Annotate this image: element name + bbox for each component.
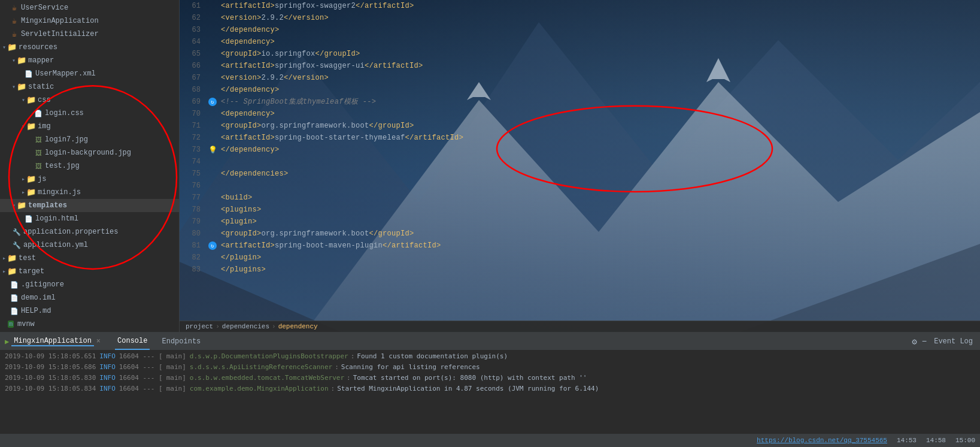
tree-item-userservice[interactable]: ☕ UserService xyxy=(0,1,179,14)
file-tree: ☕ UserService ☕ MingxinApplication ☕ Ser… xyxy=(0,0,180,332)
tab-endpoints[interactable]: Endpoints xyxy=(159,333,203,350)
code-line-76: 76 xyxy=(180,180,980,192)
editor-content: 61 <artifactId>springfox-swagger2</artif… xyxy=(180,0,980,332)
code-line-67: 67 <version>2.9.2</version> xyxy=(180,72,980,84)
log-area: 2019-10-09 15:18:05.651 INFO 16604 --- [… xyxy=(0,350,980,434)
bottom-tabs: ▶ MingxinApplication × Console Endpoints… xyxy=(0,333,980,350)
breadcrumb-bar: project › dependencies › dependency xyxy=(180,321,980,332)
status-url[interactable]: https://blog.csdn.net/qq_37554565 xyxy=(757,437,887,444)
test-arrow xyxy=(2,255,6,262)
code-line-79: 79 <plugin> xyxy=(180,216,980,228)
code-line-81: 81 ↻ <artifactId>spring-boot-maven-plugi… xyxy=(180,240,980,252)
tree-item-demoiml[interactable]: 📄 demo.iml xyxy=(0,291,179,304)
sidebar-wrapper: ☕ UserService ☕ MingxinApplication ☕ Ser… xyxy=(0,0,180,332)
code-line-77: 77 <build> xyxy=(180,192,980,204)
tree-item-testjpg[interactable]: 🖼 test.jpg xyxy=(0,159,179,173)
code-line-68: 68 </dependency> xyxy=(180,84,980,96)
code-line-83: 83 </plugins> xyxy=(180,264,980,276)
js-arrow xyxy=(22,176,25,183)
tree-item-static[interactable]: 📁 static xyxy=(0,80,179,93)
mingxinjs-arrow xyxy=(22,189,25,196)
tab-close[interactable]: × xyxy=(96,337,101,346)
tree-item-css[interactable]: 📁 css xyxy=(0,93,179,107)
tree-item-mingxinjs[interactable]: 📁 mingxin.js xyxy=(0,186,179,199)
editor-area: 61 <artifactId>springfox-swagger2</artif… xyxy=(180,0,980,332)
status-timestamp-3: 15:00 xyxy=(955,437,975,444)
code-line-66: 66 <artifactId>springfox-swagger-ui</art… xyxy=(180,60,980,72)
static-arrow xyxy=(12,83,16,90)
main-area: ☕ UserService ☕ MingxinApplication ☕ Ser… xyxy=(0,0,980,332)
tree-item-appyaml[interactable]: 🔧 application.yml xyxy=(0,238,179,252)
code-line-70: 70 <dependency> xyxy=(180,108,980,120)
code-line-74: 74 xyxy=(180,156,980,168)
breadcrumb-dependencies[interactable]: dependencies xyxy=(222,323,269,330)
gutter-blue-dot-69[interactable]: ↻ xyxy=(208,98,217,106)
breadcrumb-project[interactable]: project xyxy=(186,323,213,330)
code-line-65: 65 <groupId>io.springfox</groupId> xyxy=(180,48,980,60)
mapper-arrow xyxy=(12,57,16,64)
log-line-4: 2019-10-09 15:18:05.834 INFO 16604 --- [… xyxy=(5,383,975,394)
tree-item-login7jpg[interactable]: 🖼 login7.jpg xyxy=(0,133,179,146)
code-line-61: 61 <artifactId>springfox-swagger2</artif… xyxy=(180,0,980,12)
tree-item-helpmd[interactable]: 📄 HELP.md xyxy=(0,304,179,318)
breadcrumb-sep-1: › xyxy=(216,323,220,330)
settings-icon[interactable]: ⚙ xyxy=(912,337,917,347)
log-line-1: 2019-10-09 15:18:05.651 INFO 16604 --- [… xyxy=(5,351,975,362)
bottom-tab-icons: ⚙ − Event Log xyxy=(912,337,975,347)
gutter-bulb-73[interactable]: 💡 xyxy=(208,146,217,154)
code-line-75: 75 </dependencies> xyxy=(180,168,980,180)
event-log-tab[interactable]: Event Log xyxy=(932,337,975,346)
resources-arrow xyxy=(2,44,6,51)
code-line-69: 69 ↻ <!-- SpringBoot集成thymeleaf模板 --> xyxy=(180,96,980,108)
log-line-3: 2019-10-09 15:18:05.830 INFO 16604 --- [… xyxy=(5,373,975,383)
tree-item-loginbgjpg[interactable]: 🖼 login-background.jpg xyxy=(0,146,179,159)
code-line-72: 72 <artifactId>spring-boot-starter-thyme… xyxy=(180,132,980,144)
code-line-64: 64 <dependency> xyxy=(180,36,980,48)
status-timestamp-1: 14:53 xyxy=(897,437,917,444)
code-line-82: 82 </plugin> xyxy=(180,252,980,264)
tree-item-usermapper[interactable]: 📄 UserMapper.xml xyxy=(0,67,179,80)
tree-item-test[interactable]: 📁 test xyxy=(0,252,179,265)
img-arrow xyxy=(22,123,25,130)
bottom-panel: ▶ MingxinApplication × Console Endpoints… xyxy=(0,332,980,434)
tree-item-logincss[interactable]: 📄 login.css xyxy=(0,107,179,120)
css-arrow xyxy=(22,96,25,104)
tree-item-img[interactable]: 📁 img xyxy=(0,120,179,133)
tree-item-resources[interactable]: 📁 resources xyxy=(0,41,179,54)
code-line-62: 62 <version>2.9.2</version> xyxy=(180,12,980,24)
code-line-73: 73 💡 </dependency> xyxy=(180,144,980,156)
tree-item-gitignore[interactable]: 📄 .gitignore xyxy=(0,278,179,291)
minimize-icon[interactable]: − xyxy=(922,337,927,346)
code-line-80: 80 <groupId>org.springframework.boot</gr… xyxy=(180,228,980,240)
target-arrow xyxy=(2,268,6,275)
tab-console[interactable]: Console xyxy=(115,333,150,350)
tree-item-loginhtml[interactable]: 📄 login.html xyxy=(0,212,179,225)
tree-item-mvnwcmd[interactable]: m mvnw.cmd xyxy=(0,331,179,332)
breadcrumb-sep-2: › xyxy=(272,323,276,330)
tree-item-templates[interactable]: 📁 templates xyxy=(0,199,179,212)
tree-item-servletinitializer[interactable]: ☕ ServletInitializer xyxy=(0,28,179,41)
code-editor[interactable]: 61 <artifactId>springfox-swagger2</artif… xyxy=(180,0,980,321)
code-line-71: 71 <groupId>org.springframework.boot</gr… xyxy=(180,120,980,132)
tree-item-appproperties[interactable]: 🔧 application.properties xyxy=(0,225,179,238)
status-timestamp-2: 14:58 xyxy=(926,437,946,444)
gutter-blue-dot-81[interactable]: ↻ xyxy=(208,241,217,250)
breadcrumb-dependency[interactable]: dependency xyxy=(278,323,318,330)
tree-item-mapper[interactable]: 📁 mapper xyxy=(0,54,179,67)
templates-arrow xyxy=(12,202,16,209)
code-line-63: 63 </dependency> xyxy=(180,24,980,36)
tree-item-js[interactable]: 📁 js xyxy=(0,173,179,186)
tree-item-mingxinapplication[interactable]: ☕ MingxinApplication xyxy=(0,14,179,28)
log-line-2: 2019-10-09 15:18:05.686 INFO 16604 --- [… xyxy=(5,362,975,373)
tree-item-target[interactable]: 📁 target xyxy=(0,265,179,278)
tab-mingxinapplication[interactable]: MingxinApplication xyxy=(11,337,94,346)
code-line-78: 78 <plugins> xyxy=(180,204,980,216)
tree-item-mvnw[interactable]: m mvnw xyxy=(0,318,179,331)
status-bar: https://blog.csdn.net/qq_37554565 14:53 … xyxy=(0,434,980,447)
